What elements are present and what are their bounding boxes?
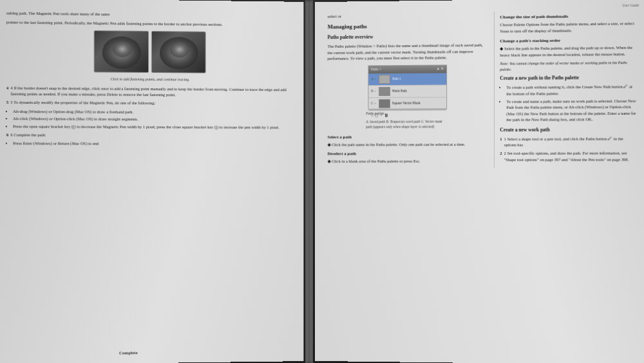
bullet-bracket: Press the open square bracket key ([) to… bbox=[13, 123, 291, 130]
select-or-text: select or bbox=[328, 12, 488, 19]
deselect-path-text: ◆ Click in a blank area of the Paths pal… bbox=[328, 158, 488, 164]
left-page-content: sulting path. The Magnetic Pen tools sha… bbox=[6, 10, 291, 147]
images-row bbox=[6, 30, 291, 74]
change-stacking-text: ◆ Select the path in the Paths palette, … bbox=[500, 44, 637, 58]
work-step2-num: 2 bbox=[500, 150, 502, 162]
paths-palette-mockup: Paths × ▸ ✕ A→ Path 1 B→ W bbox=[366, 64, 449, 130]
create-new-path-bullet1: To create a path without naming it, clic… bbox=[507, 84, 637, 97]
deselect-path-heading: Deselect a path bbox=[328, 150, 488, 157]
step-6-bullets: Press Enter (Windows) or Return (Mac OS)… bbox=[6, 141, 291, 148]
palette-controls: ▸ ✕ bbox=[438, 66, 444, 72]
paths-palette-text: The Paths palette (Window > Paths) lists… bbox=[328, 42, 488, 61]
palette-row-b[interactable]: B→ Work Path bbox=[368, 85, 446, 98]
create-work-step2: 2 2 Set tool-specific options, and draw … bbox=[500, 150, 637, 162]
step-4: 4 4 If the border doesn't snap to the de… bbox=[6, 84, 291, 99]
image-caption: Click to add fastening points, and conti… bbox=[6, 75, 291, 83]
palette-title: Paths × bbox=[371, 67, 381, 72]
left-para1: pointer to the last fastening point. Per… bbox=[6, 19, 291, 28]
palette-caption: A. Saved path B. Temporary work path C. … bbox=[366, 119, 449, 130]
change-size-heading: Change the size of path thumbnails bbox=[500, 12, 637, 21]
thumb-vector bbox=[379, 99, 390, 108]
corner-guide-text: User Guide bbox=[623, 3, 639, 7]
change-stacking-heading: Change a path's stacking order bbox=[500, 37, 637, 44]
step-5-bullets: Alt-drag (Windows) or Option-drag (Mac O… bbox=[6, 108, 291, 130]
book-spine bbox=[305, 0, 313, 363]
paths-palette-heading: Paths palette overview bbox=[328, 33, 488, 41]
tracing-image-2 bbox=[151, 31, 206, 74]
palette-btn-1[interactable]: ○ bbox=[371, 112, 374, 118]
palette-row-c[interactable]: C→ Square Vector Mask bbox=[368, 97, 446, 110]
left-page: sulting path. The Magnetic Pen tools sha… bbox=[0, 0, 304, 363]
letter-a: A→ bbox=[371, 77, 377, 82]
create-new-path-bullet2: To create and name a path, make sure no … bbox=[507, 98, 637, 123]
step-4-number: 4 bbox=[6, 84, 8, 97]
complete-label: Complete bbox=[119, 350, 138, 355]
left-intro: sulting path. The Magnetic Pen tools sha… bbox=[6, 10, 291, 19]
select-path-text: ◆ Click the path name in the Paths palet… bbox=[328, 141, 488, 148]
right-page-content: select or Managing paths Paths palette o… bbox=[328, 10, 637, 168]
bullet-enter: Press Enter (Windows) or Return (Mac OS)… bbox=[13, 141, 291, 148]
work-step2-text: 2 Set tool-specific options, and draw th… bbox=[504, 150, 637, 162]
create-new-path-heading: Create a new path in the Paths palette bbox=[500, 75, 637, 83]
book-spread: sulting path. The Magnetic Pen tools sha… bbox=[0, 0, 644, 363]
thumb-path1 bbox=[379, 75, 391, 84]
create-work-step1: 1 1 Select a shape tool or a pen tool, a… bbox=[500, 135, 637, 148]
path1-label: Path 1 bbox=[392, 76, 401, 81]
palette-inner: Paths × ▸ ✕ A→ Path 1 B→ W bbox=[368, 64, 447, 109]
step-5-text: 5 To dynamically modify the properties o… bbox=[10, 99, 155, 106]
managing-paths-heading: Managing paths bbox=[328, 21, 488, 32]
letter-b: B→ bbox=[371, 89, 377, 94]
step-6-number: 6 bbox=[6, 132, 8, 138]
step-5: 5 5 To dynamically modify the properties… bbox=[6, 99, 291, 107]
note-text: Note: You cannot change the order of vec… bbox=[500, 60, 637, 72]
palette-row-a[interactable]: A→ Path 1 bbox=[368, 73, 446, 86]
palette-btn-4[interactable]: 🗑 bbox=[384, 112, 388, 118]
letter-c: C→ bbox=[371, 101, 377, 106]
bullet-altclick: Alt-click (Windows) or Option-click (Mac… bbox=[13, 115, 291, 123]
thumb-workpath bbox=[379, 86, 390, 95]
bullet-altdrag: Alt-drag (Windows) or Option-drag (Mac O… bbox=[13, 108, 291, 115]
palette-title-bar: Paths × ▸ ✕ bbox=[368, 65, 446, 74]
step-6: 6 6 Complete the path: bbox=[6, 132, 291, 139]
change-size-text: Choose Palette Options from the Paths pa… bbox=[500, 20, 637, 34]
step-6-text: 6 Complete the path: bbox=[10, 132, 46, 138]
work-step1-text: 1 Select a shape tool or a pen tool, and… bbox=[504, 135, 637, 148]
vector-label: Square Vector Mask bbox=[392, 101, 421, 106]
right-page: User Guide select or Managing paths Path… bbox=[315, 0, 644, 363]
palette-btn-3[interactable]: + bbox=[381, 112, 383, 118]
create-new-path-bullets: To create a path without naming it, clic… bbox=[500, 84, 637, 123]
workpath-label: Work Path bbox=[392, 88, 407, 93]
palette-btn-2[interactable]: ◻ bbox=[375, 112, 379, 118]
select-path-heading: Select a path bbox=[328, 133, 488, 140]
work-step1-num: 1 bbox=[500, 136, 502, 148]
create-new-work-heading: Create a new work path bbox=[500, 126, 637, 134]
step-4-text: 4 If the border doesn't snap to the desi… bbox=[10, 84, 291, 99]
tracing-image-1 bbox=[94, 30, 149, 73]
step-5-number: 5 bbox=[6, 99, 8, 106]
